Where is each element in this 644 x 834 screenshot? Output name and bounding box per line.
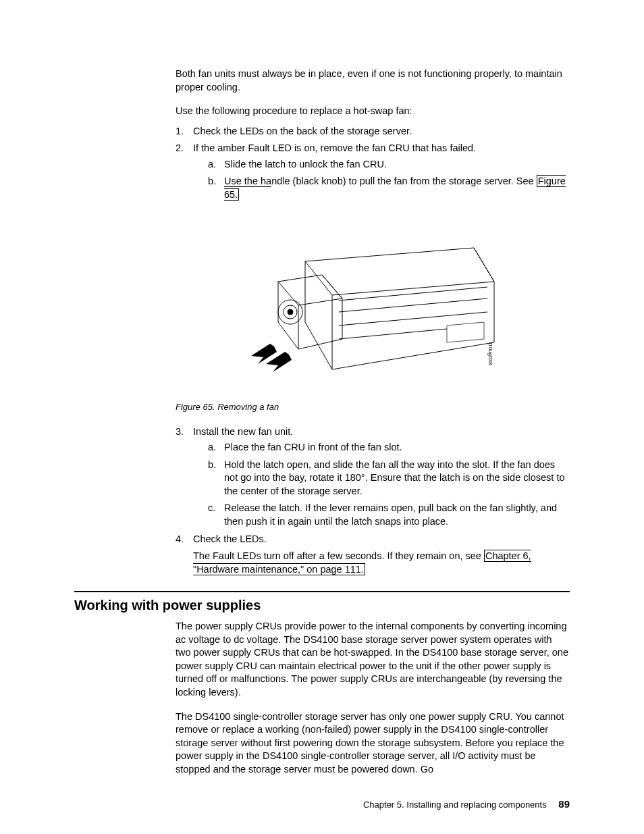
step-3: 3. Install the new fan unit. a. Place th… [176, 425, 570, 529]
step-1: 1. Check the LEDs on the back of the sto… [176, 125, 570, 138]
figure-65: f10ug038 Figure 65. Removing a fan [176, 221, 570, 413]
figure-caption: Figure 65. Removing a fan [176, 401, 570, 413]
page-footer: Chapter 5. Installing and replacing comp… [363, 798, 570, 811]
substep-marker: b. [208, 459, 216, 472]
svg-point-2 [288, 309, 293, 315]
page: Both fan units must always be in place, … [0, 0, 644, 834]
substep-marker: a. [208, 158, 216, 172]
step-text: Install the new fan unit. [193, 426, 293, 437]
section-p2: The DS4100 single-controller storage ser… [176, 710, 570, 777]
substeps-2: a. Slide the latch to unlock the fan CRU… [193, 158, 570, 202]
step-4-para: The Fault LEDs turn off after a few seco… [193, 550, 570, 576]
intro-p1: Both fan units must always be in place, … [176, 68, 570, 94]
figure-id: f10ug038 [487, 342, 493, 365]
boxed-text: Use the ha [224, 176, 271, 187]
step-marker: 3. [176, 425, 184, 439]
substep-marker: c. [208, 502, 215, 515]
step-2b: b. Use the handle (black knob) to pull t… [208, 175, 570, 201]
substep-text: Hold the latch open, and slide the fan a… [224, 459, 564, 496]
step-text: Check the LEDs. [193, 533, 267, 544]
step-text: If the amber Fault LED is on, remove the… [193, 142, 476, 153]
procedure-top: 1. Check the LEDs on the back of the sto… [176, 125, 570, 202]
section-p1: The power supply CRUs provide power to t… [176, 620, 570, 699]
step-marker: 2. [176, 142, 184, 155]
step-marker: 4. [176, 533, 184, 546]
substep-marker: a. [208, 441, 216, 454]
step-2a: a. Slide the latch to unlock the fan CRU… [208, 158, 570, 172]
step-marker: 1. [176, 125, 184, 138]
substeps-3: a. Place the fan CRU in front of the fan… [193, 441, 570, 528]
step-3c: c. Release the latch. If the lever remai… [208, 502, 570, 528]
substep-text: Slide the latch to unlock the fan CRU. [224, 159, 387, 170]
footer-chapter: Chapter 5. Installing and replacing comp… [363, 800, 547, 810]
step-3a: a. Place the fan CRU in front of the fan… [208, 441, 570, 454]
intro-p2: Use the following procedure to replace a… [176, 105, 570, 118]
step-4-prefix: The Fault LEDs turn off after a few seco… [193, 550, 484, 561]
substep-marker: b. [208, 175, 216, 188]
fan-removal-diagram: f10ug038 [244, 221, 501, 390]
intro-block: Both fan units must always be in place, … [176, 68, 570, 576]
footer-page-number: 89 [558, 798, 570, 810]
section-divider [74, 591, 570, 592]
section-heading: Working with power supplies [74, 596, 570, 615]
figure-65-link[interactable]: Figure 65. [224, 175, 566, 201]
step-2: 2. If the amber Fault LED is on, remove … [176, 142, 570, 201]
step-4: 4. Check the LEDs. The Fault LEDs turn o… [176, 533, 570, 577]
step-text: Check the LEDs on the back of the storag… [193, 126, 412, 136]
section-body: The power supply CRUs provide power to t… [176, 620, 570, 776]
substep-text: Release the latch. If the lever remains … [224, 502, 557, 527]
step-3b: b. Hold the latch open, and slide the fa… [208, 459, 570, 498]
substep-text: Place the fan CRU in front of the fan sl… [224, 442, 402, 452]
procedure-bottom: 3. Install the new fan unit. a. Place th… [176, 425, 570, 577]
substep-text: Use the handle (black knob) to pull the … [224, 175, 566, 201]
